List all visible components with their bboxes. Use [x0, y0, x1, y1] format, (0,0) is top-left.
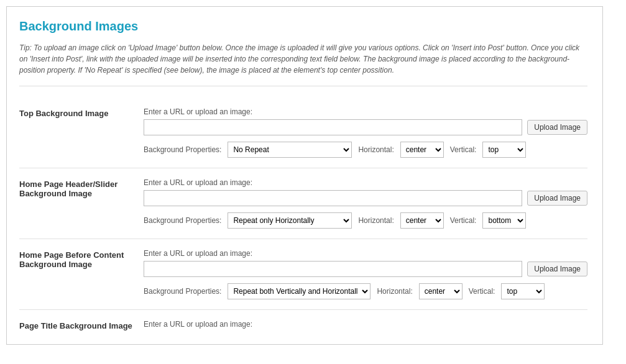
- vertical-label-home-before: Vertical:: [469, 287, 495, 296]
- horizontal-label-top: Horizontal:: [358, 145, 394, 154]
- horizontal-select-home-header[interactable]: center left right: [400, 212, 444, 229]
- section-top-background: Top Background Image Enter a URL or uplo…: [19, 98, 587, 168]
- props-row-home-before: Background Properties: No Repeat Repeat …: [144, 283, 587, 299]
- main-container: Background Images Tip: To upload an imag…: [6, 6, 603, 345]
- bg-props-select-home-header[interactable]: No Repeat Repeat only Horizontally Repea…: [228, 212, 352, 229]
- vertical-label-top: Vertical:: [450, 145, 477, 154]
- url-row-home-header: Upload Image: [144, 190, 587, 206]
- horizontal-label-home-header: Horizontal:: [358, 216, 394, 225]
- partial-section-content: Enter a URL or upload an image:: [144, 320, 587, 332]
- field-label-home-before: Enter a URL or upload an image:: [144, 249, 587, 258]
- url-row-top: Upload Image: [144, 119, 587, 135]
- props-label-home-before: Background Properties:: [144, 287, 221, 296]
- upload-btn-top[interactable]: Upload Image: [527, 120, 587, 135]
- section-content-home-header: Enter a URL or upload an image: Upload I…: [144, 178, 587, 229]
- section-content-top: Enter a URL or upload an image: Upload I…: [144, 107, 587, 158]
- partial-section: Page Title Background Image Enter a URL …: [19, 310, 587, 332]
- url-input-home-header[interactable]: [144, 190, 522, 206]
- section-content-home-before: Enter a URL or upload an image: Upload I…: [144, 249, 587, 299]
- horizontal-select-top[interactable]: center left right: [400, 142, 444, 158]
- section-label-home-header: Home Page Header/Slider Background Image: [19, 178, 144, 229]
- props-label-top: Background Properties:: [144, 145, 221, 154]
- vertical-select-top[interactable]: top center bottom: [482, 142, 526, 158]
- props-label-home-header: Background Properties:: [144, 216, 221, 225]
- section-home-before-content: Home Page Before Content Background Imag…: [19, 239, 587, 310]
- vertical-label-home-header: Vertical:: [450, 216, 477, 225]
- partial-field-label: Enter a URL or upload an image:: [144, 320, 587, 329]
- upload-btn-home-before[interactable]: Upload Image: [527, 262, 587, 276]
- props-row-home-header: Background Properties: No Repeat Repeat …: [144, 212, 587, 229]
- url-input-top[interactable]: [144, 119, 522, 135]
- page-title: Background Images: [19, 19, 587, 34]
- section-label-home-before: Home Page Before Content Background Imag…: [19, 249, 144, 299]
- tip-text: Tip: To upload an image click on 'Upload…: [19, 42, 587, 86]
- field-label-home-header: Enter a URL or upload an image:: [144, 178, 587, 187]
- section-label-top: Top Background Image: [19, 107, 144, 158]
- url-input-home-before[interactable]: [144, 261, 522, 277]
- vertical-select-home-before[interactable]: top center bottom: [501, 283, 545, 299]
- bg-props-select-top[interactable]: No Repeat Repeat only Horizontally Repea…: [228, 142, 352, 158]
- url-row-home-before: Upload Image: [144, 261, 587, 277]
- upload-btn-home-header[interactable]: Upload Image: [527, 191, 587, 206]
- bg-props-select-home-before[interactable]: No Repeat Repeat only Horizontally Repea…: [228, 283, 371, 299]
- vertical-select-home-header[interactable]: top center bottom: [482, 212, 526, 229]
- partial-section-label: Page Title Background Image: [19, 320, 144, 332]
- section-home-header: Home Page Header/Slider Background Image…: [19, 168, 587, 239]
- horizontal-select-home-before[interactable]: center left right: [419, 283, 463, 299]
- props-row-top: Background Properties: No Repeat Repeat …: [144, 142, 587, 158]
- horizontal-label-home-before: Horizontal:: [377, 287, 412, 296]
- field-label-top: Enter a URL or upload an image:: [144, 107, 587, 116]
